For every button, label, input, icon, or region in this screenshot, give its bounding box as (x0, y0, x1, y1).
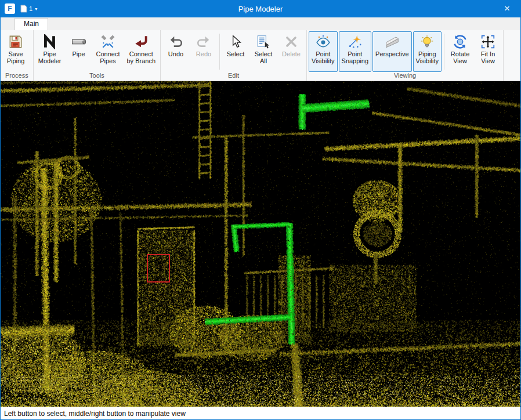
delete-button[interactable]: Delete (278, 31, 305, 72)
button-label: Visibility (312, 57, 335, 64)
button-label: Pipe (44, 50, 56, 57)
button-label: Snapping (342, 57, 369, 64)
button-label: by Branch (126, 57, 155, 64)
button-label: Visibility (416, 57, 439, 64)
select-icon (228, 34, 243, 50)
button-label: Point (348, 50, 362, 57)
pipe-modeler-window: F 1 ▾ Pipe Modeler × Main Save Piping (0, 0, 521, 420)
button-label: Select (255, 50, 273, 57)
delete-icon (284, 34, 299, 50)
select-button[interactable]: Select (222, 31, 249, 72)
button-label: Connect (129, 50, 153, 57)
button-label: Connect (96, 50, 120, 57)
undo-button[interactable]: Undo (162, 31, 189, 72)
pipe-modeler-icon (42, 34, 57, 50)
quick-access-number: 1 (29, 5, 32, 12)
piping-visibility-button[interactable]: Piping Visibility (413, 31, 442, 72)
connect-pipes-button[interactable]: Connect Pipes (93, 31, 123, 72)
button-label: Piping (418, 50, 436, 57)
ribbon-group-edit: Undo Redo Select (161, 30, 307, 81)
ribbon-group-viewing: Point Visibility Point Snapping Perspect… (307, 30, 504, 81)
status-bar: Left button to select, middle/right butt… (1, 407, 520, 419)
perspective-icon (385, 34, 400, 50)
ribbon-group-process: Save Piping Process (1, 30, 34, 81)
group-label-viewing: Viewing (307, 72, 503, 81)
fit-in-view-icon (480, 34, 495, 50)
point-snapping-icon (348, 34, 363, 50)
button-label: Piping (7, 57, 25, 64)
point-snapping-button[interactable]: Point Snapping (339, 31, 372, 72)
viewport-canvas[interactable] (1, 81, 520, 407)
window-title: Pipe Modeler (1, 5, 520, 13)
undo-icon (168, 34, 183, 50)
redo-icon (196, 34, 211, 50)
piping-visibility-icon (419, 34, 435, 50)
button-label: Select (227, 50, 245, 57)
group-label-process: Process (1, 72, 33, 81)
select-all-icon (256, 34, 271, 50)
button-label: Delete (282, 50, 301, 57)
app-icon[interactable]: F (5, 3, 15, 14)
pipe-modeler-button[interactable]: Pipe Modeler (35, 31, 64, 72)
select-all-button[interactable]: Select All (250, 31, 277, 72)
button-label: Redo (196, 50, 211, 57)
pipe-icon (71, 34, 86, 50)
redo-button[interactable]: Redo (190, 31, 217, 72)
group-label-tools: Tools (34, 72, 160, 81)
divider (219, 34, 220, 70)
ribbon-spacer (504, 30, 520, 81)
save-piping-button[interactable]: Save Piping (2, 31, 29, 72)
button-label: Rotate (451, 50, 469, 57)
rotate-view-icon (453, 34, 468, 50)
quick-access-toolbar[interactable]: 1 ▾ (20, 5, 37, 13)
chevron-down-icon[interactable]: ▾ (35, 6, 37, 12)
pipe-button[interactable]: Pipe (66, 31, 92, 72)
status-message: Left button to select, middle/right butt… (4, 410, 186, 418)
ribbon: Save Piping Process Pipe Modeler (1, 30, 520, 81)
point-visibility-icon (316, 34, 331, 50)
ribbon-group-tools: Pipe Modeler Pipe Connect Pipes (34, 30, 161, 81)
tab-main[interactable]: Main (15, 18, 48, 30)
button-label: All (260, 57, 267, 64)
button-label: View (481, 57, 495, 64)
button-label: Pipe (72, 50, 85, 57)
fit-in-view-button[interactable]: Fit In View (475, 31, 501, 72)
rotate-view-button[interactable]: Rotate View (447, 31, 473, 72)
perspective-button[interactable]: Perspective (372, 31, 411, 72)
point-visibility-button[interactable]: Point Visibility (309, 31, 338, 72)
button-label: Point (316, 50, 330, 57)
close-button[interactable]: × (494, 0, 520, 17)
viewport (1, 81, 520, 407)
divider (444, 34, 444, 70)
button-label: Pipes (100, 57, 116, 64)
button-label: Undo (168, 50, 183, 57)
button-label: Perspective (375, 50, 408, 57)
tab-bar: Main (1, 17, 520, 30)
titlebar[interactable]: F 1 ▾ Pipe Modeler × (1, 0, 520, 17)
button-label: Save (8, 50, 23, 57)
group-label-edit: Edit (161, 72, 306, 81)
connect-by-branch-icon (133, 34, 149, 50)
document-icon (20, 5, 27, 13)
button-label: Modeler (38, 57, 61, 64)
button-label: Fit In (481, 50, 495, 57)
connect-by-branch-button[interactable]: Connect by Branch (124, 31, 158, 72)
connect-pipes-icon (100, 34, 115, 50)
save-icon (8, 34, 23, 50)
button-label: View (453, 57, 467, 64)
